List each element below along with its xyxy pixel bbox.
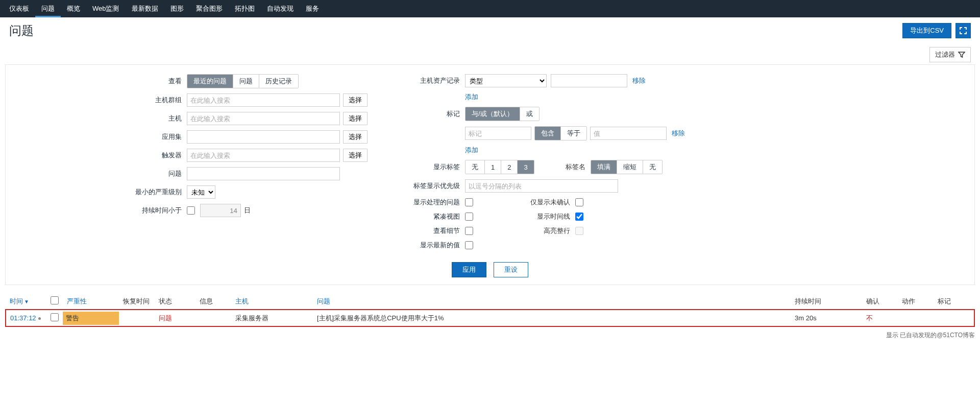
showtags-2[interactable]: 2 [501,160,517,174]
fullscreen-button[interactable] [955,23,971,38]
showsupp-checkbox[interactable] [465,198,473,206]
agelt-checkbox[interactable] [187,206,195,215]
cell-info [195,310,231,326]
agelt-value[interactable] [200,204,241,217]
col-time[interactable]: 时间▼ [6,293,46,310]
view-history[interactable]: 历史记录 [259,75,298,88]
view-recent[interactable]: 最近的问题 [187,75,233,88]
tags-mode-segment[interactable]: 与/或（默认） 或 [465,107,540,121]
tag-op-equals[interactable]: 等于 [560,127,586,140]
tag-op-segment[interactable]: 包含 等于 [534,126,587,140]
nav-graphs[interactable]: 图形 [164,0,190,17]
col-problem[interactable]: 问题 [313,293,791,310]
inventory-remove-link[interactable]: 移除 [632,76,646,85]
tagname-full[interactable]: 填满 [591,160,617,174]
cell-host[interactable]: 采集服务器 [231,310,313,326]
problems-table: 时间▼ 严重性 恢复时间 状态 信息 主机 问题 持续时间 确认 动作 标记 0… [5,293,975,327]
export-csv-button[interactable]: 导出到CSV [902,23,951,38]
tag-remove-link[interactable]: 移除 [672,129,685,138]
cell-severity: 警告 [63,312,119,325]
view-problem[interactable]: 问题 [233,75,259,88]
showtags-1[interactable]: 1 [484,160,501,174]
tags-mode-or[interactable]: 或 [520,107,539,121]
cell-actions [898,310,934,326]
col-actions: 动作 [898,293,934,310]
unackonly-checkbox[interactable] [575,198,583,206]
tag-add-link[interactable]: 添加 [465,146,478,155]
nav-overview[interactable]: 概览 [61,0,86,17]
minsev-select[interactable]: 未知 [187,185,215,199]
filter-panel: 查看 最近的问题 问题 历史记录 主机群组 选择 主机 选择 应用集 [5,64,975,285]
nav-latest[interactable]: 最新数据 [126,0,164,17]
tag-value-input[interactable] [590,127,667,140]
details-checkbox[interactable] [465,227,473,235]
host-input[interactable] [187,112,340,125]
trigger-input[interactable] [187,149,340,162]
select-all-checkbox[interactable] [51,296,59,304]
tagname-none[interactable]: 无 [643,160,662,174]
col-status: 状态 [155,293,195,310]
cell-ack[interactable]: 不 [866,314,873,322]
problem-input[interactable] [187,167,340,180]
apply-button[interactable]: 应用 [452,262,486,277]
highlight-checkbox[interactable] [575,227,583,235]
agelt-unit: 日 [244,206,251,215]
inventory-label: 主机资产记录 [399,76,465,85]
hostgroup-select-button[interactable]: 选择 [343,93,368,107]
view-segment[interactable]: 最近的问题 问题 历史记录 [187,74,299,88]
app-label: 应用集 [11,132,187,142]
timeline-label: 显示时间线 [473,212,575,221]
tagpriority-input[interactable] [465,179,618,193]
col-duration: 持续时间 [791,293,862,310]
col-host[interactable]: 主机 [231,293,313,310]
row-checkbox[interactable] [51,313,59,321]
app-input[interactable] [187,130,340,144]
col-severity[interactable]: 严重性 [63,293,119,310]
filter-toggle[interactable]: 过滤器 [929,47,971,62]
cell-tags [934,310,974,326]
nav-maps[interactable]: 拓扑图 [229,0,261,17]
tag-op-contains[interactable]: 包含 [535,127,560,140]
app-select-button[interactable]: 选择 [343,130,368,144]
tagname-segment[interactable]: 填满 缩短 无 [591,160,663,174]
inventory-type-select[interactable]: 类型 [465,74,547,87]
trigger-select-button[interactable]: 选择 [343,149,368,162]
nav-problems[interactable]: 问题 [35,0,61,17]
trigger-label: 触发器 [11,151,187,160]
table-row[interactable]: 01:37:12 警告 问题 采集服务器 [主机]采集服务器系统总CPU使用率大… [6,310,974,326]
timeline-dot-icon [38,317,41,320]
showtags-segment[interactable]: 无 1 2 3 [465,160,534,174]
nav-services[interactable]: 服务 [300,0,325,17]
col-recovery: 恢复时间 [119,293,155,310]
top-nav: 仪表板 问题 概览 Web监测 最新数据 图形 聚合图形 拓扑图 自动发现 服务 [0,0,980,17]
cell-recovery [119,310,155,326]
reset-button[interactable]: 重设 [494,262,528,277]
details-label: 查看细节 [399,226,465,236]
hostgroup-input[interactable] [187,93,340,107]
page-title: 问题 [9,22,34,39]
sort-desc-icon: ▼ [24,299,29,304]
footer-text: 显示 已自动发现的@51CTO博客 [0,329,980,342]
nav-web[interactable]: Web监测 [86,0,126,17]
showtags-none[interactable]: 无 [465,160,484,174]
timeline-checkbox[interactable] [575,213,583,221]
compact-checkbox[interactable] [465,213,473,221]
tags-mode-andor[interactable]: 与/或（默认） [465,107,520,121]
cell-time[interactable]: 01:37:12 [10,314,36,322]
inventory-add-link[interactable]: 添加 [465,92,478,102]
filter-toggle-label: 过滤器 [935,50,955,59]
inventory-value-input[interactable] [551,74,627,87]
showlatest-checkbox[interactable] [465,241,473,249]
tagpriority-label: 标签显示优先级 [399,181,465,191]
unackonly-label: 仅显示未确认 [473,198,575,207]
cell-problem[interactable]: [主机]采集服务器系统总CPU使用率大于1% [313,310,791,326]
compact-label: 紧凑视图 [399,212,465,221]
tagname-short[interactable]: 缩短 [617,160,643,174]
nav-screens[interactable]: 聚合图形 [190,0,229,17]
showtags-3[interactable]: 3 [517,160,533,174]
nav-discovery[interactable]: 自动发现 [261,0,300,17]
tag-name-input[interactable] [465,127,531,140]
host-select-button[interactable]: 选择 [343,112,368,125]
nav-dashboard[interactable]: 仪表板 [3,0,35,17]
view-label: 查看 [11,77,187,86]
